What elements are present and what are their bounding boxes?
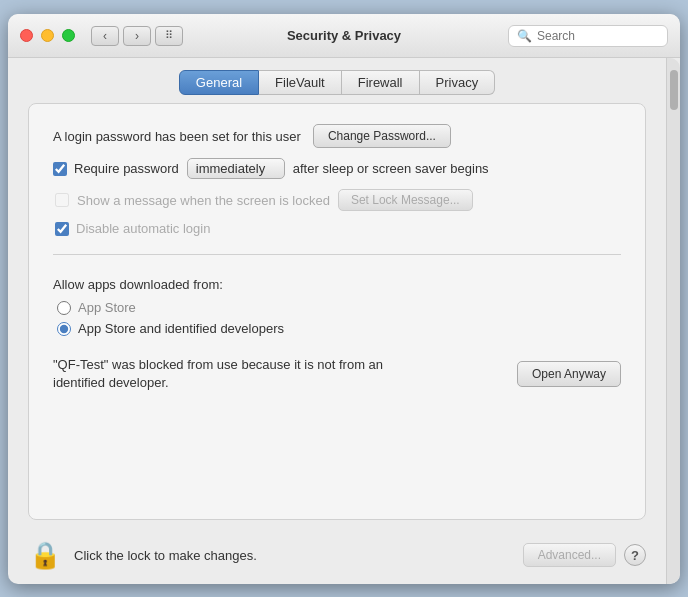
require-password-checkbox[interactable] [53,162,67,176]
allow-apps-section: Allow apps downloaded from: App Store Ap… [53,277,621,336]
login-password-row: A login password has been set for this u… [53,124,621,148]
show-message-row: Show a message when the screen is locked… [55,189,621,211]
tab-general[interactable]: General [179,70,259,95]
minimize-button[interactable] [41,29,54,42]
radio-group: App Store App Store and identified devel… [57,300,621,336]
tab-privacy[interactable]: Privacy [420,70,496,95]
window-body: General FileVault Firewall Privacy A log… [8,58,680,584]
blocked-section: "QF-Test" was blocked from use because i… [53,356,621,392]
blocked-text: "QF-Test" was blocked from use because i… [53,356,433,392]
login-password-label: A login password has been set for this u… [53,129,301,144]
nav-buttons: ‹ › [91,26,151,46]
lock-icon: 🔒 [29,540,61,571]
traffic-lights [20,29,75,42]
disable-login-checkbox[interactable] [55,222,69,236]
search-bar[interactable]: 🔍 [508,25,668,47]
grid-button[interactable]: ⠿ [155,26,183,46]
radio-app-store-item: App Store [57,300,621,315]
show-message-checkbox[interactable] [55,193,69,207]
set-lock-message-button[interactable]: Set Lock Message... [338,189,473,211]
radio-app-store-identified[interactable] [57,322,71,336]
require-password-label: Require password [74,161,179,176]
open-anyway-button[interactable]: Open Anyway [517,361,621,387]
divider [53,254,621,255]
radio-app-store-label: App Store [78,300,136,315]
scrollbar-track [666,58,680,584]
forward-button[interactable]: › [123,26,151,46]
help-button[interactable]: ? [624,544,646,566]
password-timing-dropdown-wrapper: immediately 5 seconds 1 minute 5 minutes… [187,158,285,179]
close-button[interactable] [20,29,33,42]
tabs-bar: General FileVault Firewall Privacy [8,58,666,103]
back-button[interactable]: ‹ [91,26,119,46]
bottom-right: Advanced... ? [523,543,646,567]
scrollbar-thumb[interactable] [670,70,678,110]
allow-apps-label: Allow apps downloaded from: [53,277,621,292]
radio-app-store-identified-label: App Store and identified developers [78,321,284,336]
disable-login-label: Disable automatic login [76,221,210,236]
window: ‹ › ⠿ Security & Privacy 🔍 General FileV… [8,14,680,584]
lock-label: Click the lock to make changes. [74,548,257,563]
main-content: General FileVault Firewall Privacy A log… [8,58,666,584]
advanced-button[interactable]: Advanced... [523,543,616,567]
tab-filevault[interactable]: FileVault [259,70,342,95]
password-timing-dropdown[interactable]: immediately 5 seconds 1 minute 5 minutes… [187,158,285,179]
show-message-label: Show a message when the screen is locked [77,193,330,208]
content-panel: A login password has been set for this u… [28,103,646,520]
search-input[interactable] [537,29,659,43]
bottom-bar: 🔒 Click the lock to make changes. Advanc… [8,530,666,584]
after-sleep-label: after sleep or screen saver begins [293,161,489,176]
radio-app-store-identified-item: App Store and identified developers [57,321,621,336]
tab-firewall[interactable]: Firewall [342,70,420,95]
change-password-button[interactable]: Change Password... [313,124,451,148]
radio-app-store[interactable] [57,301,71,315]
require-password-row: Require password immediately 5 seconds 1… [53,158,621,179]
search-icon: 🔍 [517,29,532,43]
require-password-checkbox-item: Require password [53,161,179,176]
window-title: Security & Privacy [287,28,401,43]
titlebar: ‹ › ⠿ Security & Privacy 🔍 [8,14,680,58]
lock-button[interactable]: 🔒 [28,538,62,572]
disable-login-row: Disable automatic login [55,221,621,236]
maximize-button[interactable] [62,29,75,42]
